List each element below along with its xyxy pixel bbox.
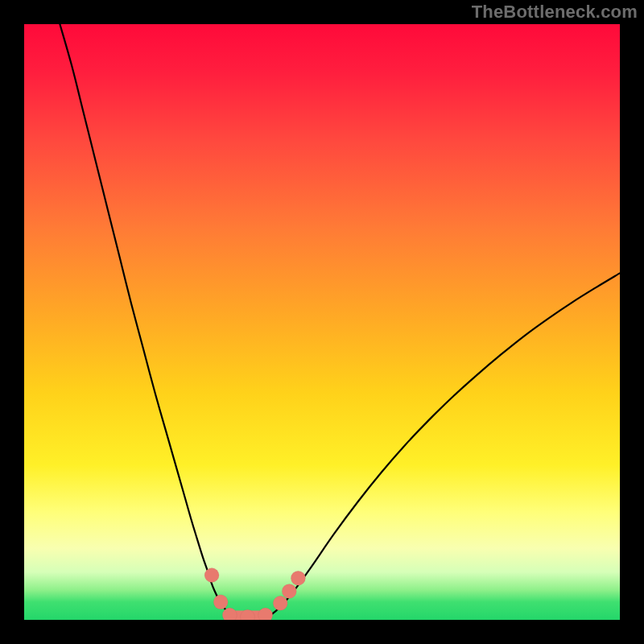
data-node	[273, 596, 287, 610]
data-node	[204, 568, 219, 583]
data-node	[282, 584, 296, 598]
data-node	[222, 608, 237, 620]
chart-frame: TheBottleneck.com	[0, 0, 644, 644]
chart-svg	[24, 24, 620, 620]
data-node	[213, 595, 228, 609]
curve-left	[60, 24, 238, 619]
plot-area	[24, 24, 620, 620]
data-node	[258, 608, 273, 620]
brand-watermark: TheBottleneck.com	[472, 2, 638, 23]
curve-right	[262, 273, 620, 619]
data-node	[291, 571, 305, 585]
